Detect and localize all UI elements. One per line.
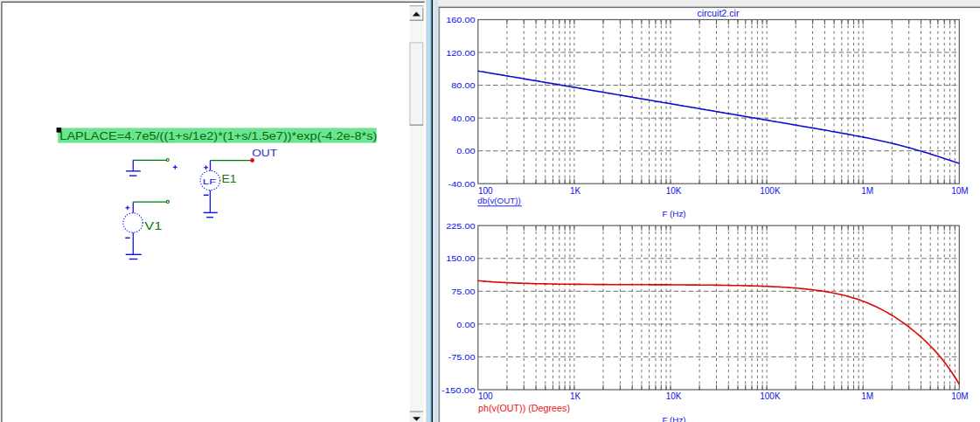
- svg-text:-75.00: -75.00: [448, 352, 476, 362]
- svg-text:100K: 100K: [760, 391, 781, 401]
- svg-text:LF: LF: [203, 177, 217, 186]
- svg-text:F (Hz): F (Hz): [662, 415, 685, 422]
- svg-text:ph(v(OUT)) (Degrees): ph(v(OUT)) (Degrees): [478, 404, 570, 413]
- svg-text:1M: 1M: [861, 391, 873, 401]
- svg-text:160.00: 160.00: [446, 15, 475, 24]
- svg-text:-40.00: -40.00: [448, 179, 476, 189]
- svg-text:0.00: 0.00: [456, 146, 475, 156]
- svg-text:10M: 10M: [951, 391, 968, 401]
- svg-text:V1: V1: [144, 220, 162, 232]
- svg-text:LAPLACE=4.7e5/((1+s/1e2)*(1+s/: LAPLACE=4.7e5/((1+s/1e2)*(1+s/1.5e7))*ex…: [59, 129, 377, 142]
- svg-text:0.00: 0.00: [456, 320, 475, 329]
- svg-text:75.00: 75.00: [451, 287, 475, 296]
- svg-text:100K: 100K: [760, 186, 781, 196]
- svg-text:225.00: 225.00: [446, 221, 475, 231]
- svg-text:10K: 10K: [666, 391, 682, 401]
- svg-text:150.00: 150.00: [446, 253, 475, 263]
- svg-text:10M: 10M: [951, 186, 968, 196]
- svg-text:F (Hz): F (Hz): [662, 209, 685, 218]
- svg-text:1K: 1K: [570, 391, 581, 401]
- svg-text:100: 100: [478, 186, 493, 196]
- svg-text:100: 100: [478, 391, 493, 401]
- svg-text:40.00: 40.00: [451, 114, 475, 123]
- svg-text:OUT: OUT: [252, 148, 277, 158]
- svg-text:10K: 10K: [666, 186, 682, 196]
- svg-text:-150.00: -150.00: [441, 385, 476, 395]
- svg-text:E1: E1: [222, 173, 237, 185]
- svg-text:circuit2.cir: circuit2.cir: [698, 9, 740, 18]
- svg-text:db(v(OUT)): db(v(OUT)): [477, 196, 521, 205]
- svg-text:80.00: 80.00: [451, 80, 475, 90]
- svg-text:120.00: 120.00: [446, 48, 475, 58]
- svg-text:1M: 1M: [861, 186, 873, 196]
- svg-text:1K: 1K: [570, 186, 581, 196]
